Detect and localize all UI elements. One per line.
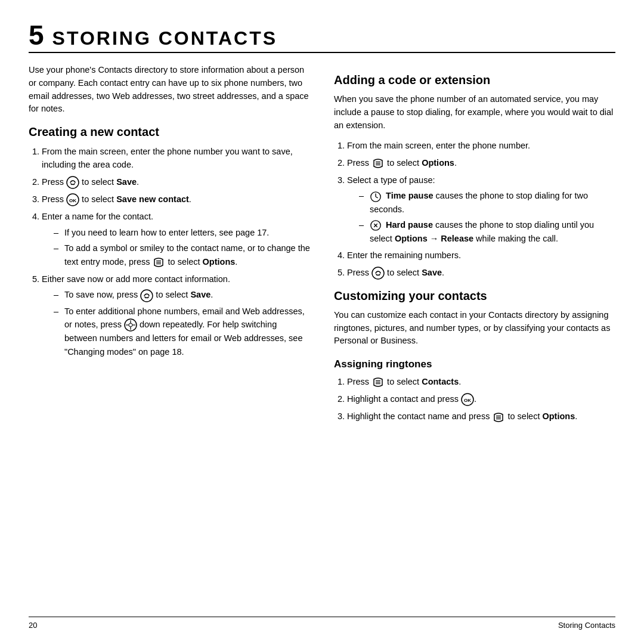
pause-time: Time pause causes the phone to stop dial… <box>359 189 615 216</box>
hard-pause-icon <box>370 219 382 231</box>
section-code: Adding a code or extension When you save… <box>334 73 615 280</box>
section-code-title: Adding a code or extension <box>334 73 615 87</box>
creating-step-1: From the main screen, enter the phone nu… <box>42 145 310 172</box>
save-icon-3 <box>371 267 385 280</box>
section-customizing-intro: You can customize each contact in your C… <box>334 309 615 348</box>
pause-types: Time pause causes the phone to stop dial… <box>347 189 615 245</box>
right-column: Adding a code or extension When you save… <box>334 64 615 429</box>
subsection-ringtones-title: Assigning ringtones <box>334 358 615 370</box>
svg-point-0 <box>67 177 79 188</box>
svg-line-14 <box>376 197 378 198</box>
options-icon-3 <box>371 376 385 389</box>
chapter-title: Storing Contacts <box>52 27 277 49</box>
footer-section-name: Storing Contacts <box>558 621 615 630</box>
header-rule <box>29 52 615 53</box>
creating-step-3: Press OK to select Save new contact. <box>42 193 310 206</box>
ok-icon-2: OK <box>461 393 474 406</box>
code-steps-list: From the main screen, enter the phone nu… <box>334 139 615 280</box>
left-column: Use your phone's Contacts directory to s… <box>29 64 310 429</box>
page-footer: 20 Storing Contacts <box>29 617 615 630</box>
svg-text:OK: OK <box>69 198 76 203</box>
code-step-3: Select a type of pause: Time pause cause… <box>347 174 615 245</box>
creating-step-2: Press to select Save. <box>42 175 310 189</box>
svg-point-6 <box>141 290 153 302</box>
creating-step-5-sub-1: To save now, press to select Save. <box>54 288 310 302</box>
creating-step-5: Either save now or add more contact info… <box>42 273 310 358</box>
creating-step-4-sub: If you need to learn how to enter letter… <box>42 226 310 269</box>
options-icon-4 <box>492 411 505 424</box>
page: 5 Storing Contacts Use your phone's Cont… <box>0 0 644 644</box>
time-pause-icon <box>370 191 382 203</box>
section-creating-title: Creating a new contact <box>29 125 310 139</box>
ringtones-step-1: Press to select Contacts. <box>347 375 615 389</box>
svg-point-18 <box>372 267 384 279</box>
svg-point-8 <box>129 323 132 327</box>
code-step-5: Press to select Save. <box>347 266 615 280</box>
section-customizing-title: Customizing your contacts <box>334 289 615 303</box>
creating-steps-list: From the main screen, enter the phone nu… <box>29 145 310 358</box>
pause-hard: Hard pause causes the phone to stop dial… <box>359 218 615 245</box>
section-customizing: Customizing your contacts You can custom… <box>334 289 615 424</box>
save-icon-2 <box>140 289 153 302</box>
code-step-4: Enter the remaining numbers. <box>347 249 615 262</box>
save-icon <box>66 176 79 189</box>
subsection-ringtones: Assigning ringtones Press to select Cont… <box>334 358 615 424</box>
down-icon <box>124 318 137 332</box>
page-header: 5 Storing Contacts <box>29 21 615 49</box>
creating-step-5-sub: To save now, press to select Save. To en… <box>42 288 310 358</box>
code-step-1: From the main screen, enter the phone nu… <box>347 139 615 152</box>
section-creating: Creating a new contact From the main scr… <box>29 125 310 358</box>
svg-text:OK: OK <box>464 398 471 403</box>
options-icon-inline-1 <box>152 256 165 269</box>
creating-step-4-sub-1: If you need to learn how to enter letter… <box>54 226 310 239</box>
ringtones-step-2: Highlight a contact and press OK . <box>347 392 615 406</box>
ringtones-steps-list: Press to select Contacts. Highlight a co… <box>334 375 615 424</box>
code-step-2: Press to select Options. <box>347 156 615 170</box>
section-code-intro: When you save the phone number of an aut… <box>334 93 615 132</box>
options-icon-2 <box>371 157 385 170</box>
creating-step-4-sub-2: To add a symbol or smiley to the contact… <box>54 242 310 269</box>
ringtones-step-3: Highlight the contact name and press to … <box>347 410 615 423</box>
two-column-layout: Use your phone's Contacts directory to s… <box>29 64 615 429</box>
intro-text: Use your phone's Contacts directory to s… <box>29 64 310 116</box>
creating-step-5-sub-2: To enter additional phone numbers, email… <box>54 305 310 359</box>
page-number: 20 <box>29 621 37 630</box>
ok-icon: OK <box>66 193 79 206</box>
chapter-number: 5 <box>29 21 44 49</box>
creating-step-4: Enter a name for the contact. If you nee… <box>42 210 310 269</box>
